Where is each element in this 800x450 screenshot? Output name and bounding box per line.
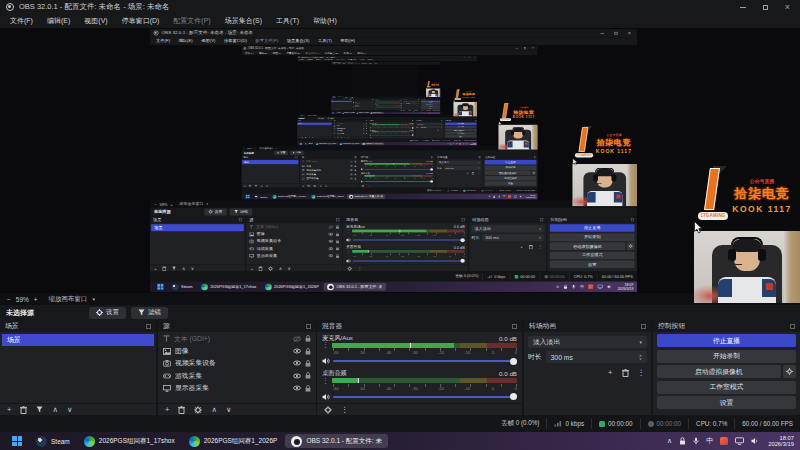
eye-icon xyxy=(328,232,333,236)
eye-icon[interactable] xyxy=(293,348,301,354)
dock-menu-icon[interactable] xyxy=(512,324,517,329)
dock-menu-icon[interactable] xyxy=(146,324,151,329)
zoom-in-button[interactable]: + xyxy=(34,296,38,303)
remove-source-button[interactable] xyxy=(178,406,185,414)
edge-icon xyxy=(316,143,318,145)
speaker-icon[interactable] xyxy=(322,357,330,365)
lock-icon[interactable] xyxy=(305,348,311,355)
menu-edit[interactable]: 编辑(E) xyxy=(40,15,77,27)
start-virtual-cam-button[interactable]: 启动虚拟摄像机 xyxy=(657,365,781,378)
tray-volume-icon[interactable] xyxy=(751,437,759,445)
menu-file[interactable]: 文件(F) xyxy=(3,15,40,27)
scene-list-item[interactable]: 场景 xyxy=(2,334,154,346)
transition-properties-icon[interactable]: ⋮ xyxy=(638,369,646,377)
taskbar-item-obs[interactable]: OBS 32.0.1 - 配置文件: 未 xyxy=(285,434,388,448)
remove-transition-button[interactable] xyxy=(622,369,629,377)
logo-image-source: 17GAMING 公会号直播 拾柒电竞 KOOK 1117 xyxy=(575,124,635,164)
remove-scene-button[interactable] xyxy=(20,406,27,414)
start-button-icon[interactable] xyxy=(12,436,22,446)
mixer-options-icon[interactable]: ⋮ xyxy=(341,406,349,414)
source-row-image[interactable]: 图像 xyxy=(158,345,316,356)
preview-canvas[interactable]: OBS 32.0.1 - 配置文件: 未命名 - 场景: 未命名 × 文件(F)… xyxy=(0,28,800,305)
channel-options-icon[interactable]: ⋮ xyxy=(322,378,329,384)
speaker-icon[interactable] xyxy=(322,393,330,401)
add-scene-button[interactable]: + xyxy=(7,406,11,414)
tray-monitor-icon[interactable] xyxy=(735,437,744,445)
remove-source-button xyxy=(259,266,263,271)
source-row-game[interactable]: 游戏采集 xyxy=(158,370,316,381)
eye-icon[interactable] xyxy=(293,385,301,391)
maximize-icon[interactable] xyxy=(763,5,768,10)
move-scene-up-button[interactable]: ∧ xyxy=(52,406,58,414)
menu-scene-collection[interactable]: 场景集合(S) xyxy=(218,15,269,27)
scene-filters-button[interactable] xyxy=(36,406,43,413)
mouse-cursor xyxy=(572,158,577,169)
add-source-button[interactable]: + xyxy=(165,406,169,414)
hidden-eye-icon[interactable] xyxy=(293,336,301,342)
close-icon[interactable]: × xyxy=(785,3,790,12)
eye-icon[interactable] xyxy=(293,373,301,379)
lock-icon[interactable] xyxy=(305,385,311,392)
properties-button[interactable]: 设置 xyxy=(89,307,126,319)
menu-tools[interactable]: 工具(T) xyxy=(269,15,306,27)
logo-mascot-icon: 17GAMING xyxy=(575,126,593,159)
menu-docks[interactable]: 停靠窗口(D) xyxy=(115,15,167,27)
dock-menu-icon[interactable] xyxy=(790,324,795,329)
slider-knob[interactable] xyxy=(510,393,517,400)
zoom-out-button[interactable]: − xyxy=(7,296,11,303)
slider-knob[interactable] xyxy=(510,358,517,365)
dock-menu-icon[interactable] xyxy=(641,324,646,329)
channel-options-icon[interactable]: ⋮ xyxy=(322,342,329,348)
filters-button[interactable]: 滤镜 xyxy=(131,307,168,319)
advanced-audio-icon[interactable] xyxy=(324,406,332,414)
move-source-down-button[interactable]: ∨ xyxy=(226,406,232,414)
lock-icon[interactable] xyxy=(305,372,311,379)
context-bar: 未选择源 设置 滤镜 xyxy=(0,305,800,320)
stop-streaming-button[interactable]: 停止直播 xyxy=(657,334,796,347)
source-row-camera[interactable]: 视频采集设备 xyxy=(158,358,316,369)
taskbar-item-browser-1[interactable]: 2026PGS组回赛1_17shox xyxy=(78,434,181,448)
taskbar-clock[interactable]: 18:07 2026/3/19 xyxy=(768,435,794,448)
menu-view[interactable]: 视图(V) xyxy=(77,15,114,27)
tray-ime-indicator[interactable]: 中 xyxy=(706,437,713,445)
duration-spinbox[interactable]: 300 ms ∧ ∨ xyxy=(546,351,647,363)
taskbar-item-steam[interactable]: Steam xyxy=(30,434,76,448)
spinner-arrows[interactable]: ∧ ∨ xyxy=(639,354,642,361)
zoom-fit-dropdown[interactable]: 缩放画布窗口 xyxy=(49,295,88,304)
source-row-text[interactable]: 文本 (GDI+) xyxy=(158,333,316,344)
chevron-down-icon[interactable]: ▾ xyxy=(93,296,96,302)
jacket-shoulder-left xyxy=(459,112,462,116)
menu-help[interactable]: 帮助(H) xyxy=(306,15,344,27)
source-properties-button[interactable] xyxy=(194,406,202,414)
transitions-body: 淡入淡出 ▾ 时长 300 ms ∧ ∨ + ⋮ xyxy=(415,122,444,139)
tray-chevron-up-icon[interactable]: ∧ xyxy=(667,437,672,445)
tray-app-badge-icon[interactable] xyxy=(720,437,728,445)
eye-icon[interactable] xyxy=(293,360,301,366)
logo-image-source[interactable]: 17GAMING 公会号直播 拾柒电竞 KOOK 1117 xyxy=(698,162,796,230)
move-source-up-button[interactable]: ∧ xyxy=(211,406,217,414)
taskbar-label: OBS 32.0.1 - 配置文件: 未 xyxy=(355,195,383,198)
preview-canvas: OBS 32.0.1 - 配置文件: 未命名 - 场景: 未命名 × 文件(F)… xyxy=(297,61,477,116)
lock-icon[interactable] xyxy=(305,360,311,367)
volume-slider[interactable] xyxy=(333,360,517,362)
minimize-icon[interactable] xyxy=(740,7,746,8)
move-scene-down-button[interactable]: ∨ xyxy=(67,406,73,414)
volume-slider[interactable] xyxy=(333,396,517,398)
add-transition-button[interactable]: + xyxy=(608,369,612,377)
settings-button[interactable]: 设置 xyxy=(657,396,796,409)
webcam-video-source[interactable] xyxy=(694,231,800,303)
dock-menu-icon[interactable] xyxy=(306,324,311,329)
menu-profile[interactable]: 配置文件(P) xyxy=(166,15,217,27)
remove-transition-button xyxy=(437,130,439,132)
controls-dock: 控制按钮 停止直播 开始录制 启动虚拟摄像机 工作室模式 设置 xyxy=(444,120,477,139)
taskbar-item-browser-2[interactable]: 2026PGS组回赛1_2026P xyxy=(183,434,284,448)
tray-lock-icon[interactable] xyxy=(679,437,686,445)
lock-icon[interactable] xyxy=(305,335,311,342)
transition-select[interactable]: 淡入淡出 ▾ xyxy=(528,336,647,348)
studio-mode-button[interactable]: 工作室模式 xyxy=(657,381,796,394)
tray-mic-icon[interactable] xyxy=(693,437,699,445)
headset-band xyxy=(731,237,763,245)
start-recording-button[interactable]: 开始录制 xyxy=(657,350,796,363)
virtual-cam-settings-button[interactable] xyxy=(783,365,796,378)
source-row-display[interactable]: 显示器采集 xyxy=(158,383,316,394)
